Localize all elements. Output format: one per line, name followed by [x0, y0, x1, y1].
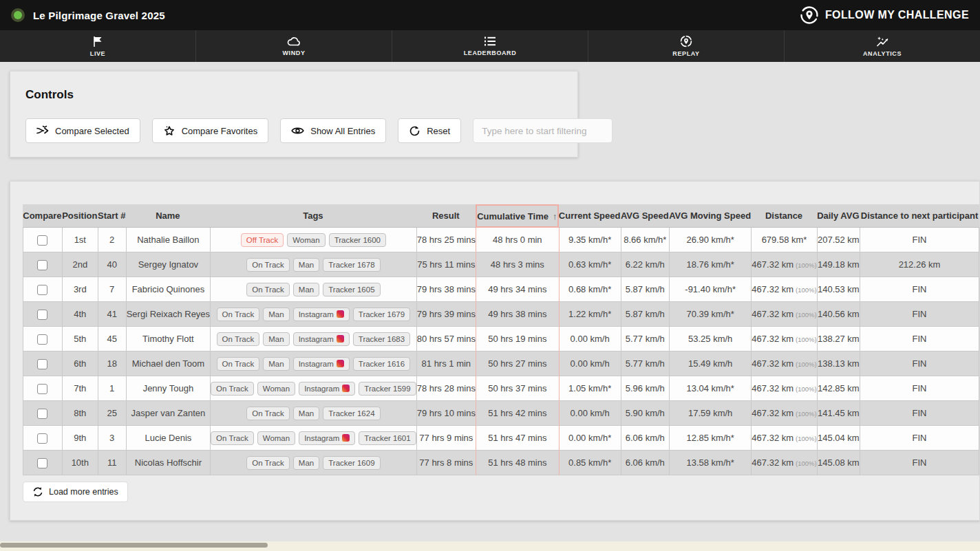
compare-selected-button[interactable]: Compare Selected: [25, 118, 140, 143]
flag-icon: [92, 36, 104, 47]
table-row: 4th41Sergi Reixach ReyesOn TrackManInsta…: [23, 302, 979, 327]
cell-result: 75 hrs 11 mins: [416, 252, 476, 277]
distance-percentage: (100%): [796, 336, 817, 343]
tag-on-track: On Track: [217, 307, 260, 321]
col-header-distance-to-next-participant[interactable]: Distance to next participant: [860, 204, 979, 228]
col-header-start[interactable]: Start #: [98, 204, 126, 228]
horizontal-scrollbar-thumb[interactable]: [0, 543, 268, 548]
cell-avg-speed: 6.22 km/h: [621, 252, 669, 277]
tag-tracker-1616: Tracker 1616: [353, 357, 410, 371]
col-header-name[interactable]: Name: [126, 204, 210, 228]
tab-replay[interactable]: REPLAY: [588, 30, 784, 62]
tag-man: Man: [263, 307, 289, 321]
tag-man: Man: [293, 456, 319, 470]
reset-button[interactable]: Reset: [398, 118, 461, 143]
cell-current-speed: 0.68 km/h*: [559, 277, 621, 302]
tab-label: LIVE: [90, 50, 105, 57]
instagram-icon: [342, 385, 350, 392]
compare-checkbox[interactable]: [37, 285, 47, 295]
instagram-icon: [337, 310, 344, 318]
cell-position: 9th: [62, 426, 98, 451]
compare-checkbox[interactable]: [37, 310, 47, 320]
cell-distance-to-next: FIN: [860, 352, 979, 376]
cell-position: 3rd: [62, 277, 98, 302]
cell-current-speed: 0.00 km/h: [559, 401, 621, 426]
tag-tracker-1683: Tracker 1683: [353, 332, 410, 346]
follow-my-challenge-logo-icon: [800, 6, 819, 25]
compare-checkbox[interactable]: [37, 260, 47, 270]
cell-result: 78 hrs 25 mins: [416, 228, 476, 252]
cell-result: 77 hrs 8 mins: [416, 451, 476, 475]
tag-tracker-1679: Tracker 1679: [353, 307, 410, 321]
load-more-button[interactable]: Load more entries: [23, 482, 128, 502]
cell-result: 79 hrs 38 mins: [416, 277, 476, 302]
cell-position: 8th: [62, 401, 98, 426]
cell-result: 77 hrs 9 mins: [416, 426, 476, 451]
cell-distance: 467.32 km(100%): [751, 451, 816, 475]
compare-checkbox[interactable]: [37, 458, 47, 468]
tab-leaderboard[interactable]: LEADERBOARD: [392, 30, 588, 62]
tag-instagram: Instagram: [299, 382, 355, 396]
col-header-avg-speed[interactable]: AVG Speed: [621, 204, 669, 228]
col-header-result[interactable]: Result: [416, 204, 476, 228]
cell-compare: [23, 302, 62, 327]
distance-percentage: (100%): [796, 385, 817, 393]
cell-compare: [23, 401, 62, 426]
cell-distance-to-next: FIN: [860, 327, 979, 352]
cell-start-number: 18: [98, 352, 126, 376]
merge-arrows-icon: [36, 125, 49, 136]
tag-man: Man: [293, 283, 319, 296]
horizontal-scrollbar-track[interactable]: [0, 541, 980, 551]
compare-checkbox[interactable]: [37, 235, 47, 246]
table-row: 1st2Nathalie BaillonOff TrackWomanTracke…: [23, 228, 979, 252]
col-header-current-speed[interactable]: Current Speed: [559, 204, 621, 228]
cell-cumulative-time: 49 hrs 34 mins: [476, 277, 559, 302]
button-label: Show All Entries: [310, 126, 375, 136]
analytics-sparkle-icon: [876, 36, 889, 47]
instagram-icon: [337, 335, 344, 343]
tag-on-track: On Track: [246, 456, 290, 470]
col-header-tags[interactable]: Tags: [210, 204, 416, 228]
cell-position: 4th: [62, 302, 98, 327]
tab-analytics[interactable]: ANALYTICS: [784, 30, 980, 62]
cell-avg-moving-speed: 13.04 km/h*: [669, 376, 751, 401]
tab-label: LEADERBOARD: [464, 50, 517, 56]
compare-checkbox[interactable]: [37, 384, 47, 394]
cell-avg-speed: 8.66 km/h*: [621, 228, 669, 252]
col-header-cumulative-time[interactable]: Cumulative Time↑: [476, 204, 559, 228]
tag-woman: Woman: [257, 382, 295, 396]
cell-avg-speed: 5.87 km/h: [621, 302, 669, 327]
top-bar: Le Pilgrimage Gravel 2025 FOLLOW MY CHAL…: [0, 0, 980, 30]
show-all-entries-button[interactable]: Show All Entries: [280, 118, 386, 143]
compare-checkbox[interactable]: [37, 334, 47, 345]
col-header-avg-moving-speed[interactable]: AVG Moving Speed: [669, 204, 751, 228]
tab-windy[interactable]: WINDY: [195, 30, 392, 62]
col-header-position[interactable]: Position: [62, 204, 98, 228]
cell-daily-avg: 149.18 km: [817, 252, 860, 277]
compare-checkbox[interactable]: [37, 433, 47, 444]
cell-name: Jenny Tough: [126, 376, 210, 401]
tab-live[interactable]: LIVE: [0, 30, 195, 62]
cell-daily-avg: 138.13 km: [817, 352, 860, 376]
tag-tracker-1605: Tracker 1605: [323, 283, 380, 296]
distance-percentage: (100%): [796, 360, 817, 368]
tag-on-track: On Track: [246, 258, 290, 272]
cloud-icon: [287, 36, 301, 47]
cell-daily-avg: 138.27 km: [817, 327, 860, 352]
live-status-indicator: [14, 11, 22, 19]
cell-avg-moving-speed: 15.49 km/h: [669, 352, 751, 376]
cell-distance: 467.32 km(100%): [751, 352, 816, 376]
col-header-distance[interactable]: Distance: [751, 204, 816, 228]
button-label: Compare Selected: [55, 126, 129, 136]
tab-label: ANALYTICS: [863, 50, 902, 57]
compare-checkbox[interactable]: [37, 359, 47, 369]
table-row: 6th18Michael den ToomOn TrackManInstagra…: [23, 352, 979, 376]
col-header-daily-avg[interactable]: Daily AVG: [817, 204, 860, 228]
cell-result: 81 hrs 1 min: [416, 352, 476, 376]
compare-checkbox[interactable]: [37, 409, 47, 419]
cell-avg-speed: 5.77 km/h: [621, 327, 669, 352]
compare-favorites-button[interactable]: Compare Favorites: [152, 118, 269, 143]
filter-input[interactable]: [473, 118, 612, 143]
numbered-list-icon: [484, 36, 496, 47]
col-header-compare[interactable]: Compare: [23, 204, 62, 228]
